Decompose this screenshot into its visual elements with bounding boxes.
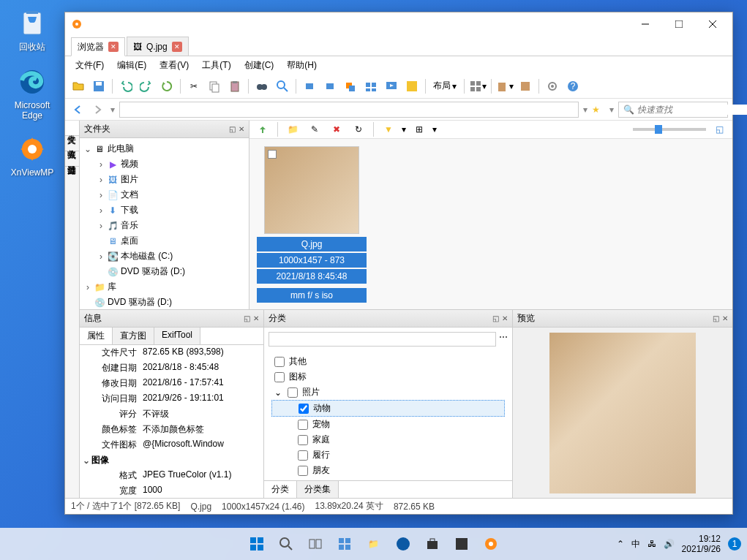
ime-indicator[interactable]: 中 (631, 538, 640, 550)
new-folder-icon[interactable]: 📁 (284, 121, 301, 138)
view-mode-icon[interactable]: ▾ (469, 77, 487, 95)
chevron-down-icon[interactable]: ▾ (583, 105, 588, 115)
clock[interactable]: 19:12 2021/9/26 (682, 534, 721, 555)
nav-forward[interactable] (90, 102, 106, 118)
float-icon[interactable]: ◱ (229, 125, 236, 133)
close-icon[interactable]: ✕ (502, 314, 508, 322)
tab-category[interactable]: 分类 (264, 481, 297, 498)
app-icon[interactable] (449, 531, 474, 556)
tree-libraries[interactable]: ›📁库 (83, 279, 246, 295)
view-icon[interactable]: ◱ (710, 121, 728, 138)
binoculars-icon[interactable] (253, 77, 271, 95)
cat-travel[interactable]: 履行 (271, 447, 505, 463)
cat-friends[interactable]: 朋友 (271, 463, 505, 478)
float-icon[interactable]: ◱ (244, 314, 250, 322)
cat-icons[interactable]: 图标 (271, 369, 505, 385)
close-icon[interactable]: ✕ (172, 42, 182, 52)
tree-local-c[interactable]: ›💽本地磁盘 (C:) (83, 249, 246, 264)
desktop-edge[interactable]: Microsoft Edge (9, 67, 56, 121)
explorer-icon[interactable]: 📁 (361, 531, 386, 556)
category-search[interactable] (269, 332, 496, 347)
convert-icon[interactable] (342, 77, 359, 95)
tab-exiftool[interactable]: ExifTool (154, 328, 200, 344)
search-input[interactable] (637, 105, 747, 115)
vtab-filter[interactable]: 分类过滤器 (65, 151, 79, 167)
maximize-button[interactable] (662, 13, 696, 35)
tab-category-set[interactable]: 分类集 (297, 481, 339, 498)
tree-desktop[interactable]: 🖥桌面 (83, 233, 246, 249)
cat-pets[interactable]: 宠物 (271, 417, 505, 432)
thumbnail-item[interactable]: Q.jpg 1000x1457 - 873 2021/8/18 8:45:48 … (257, 146, 367, 303)
vtab-folders[interactable]: 文件夹 (65, 121, 79, 136)
menu-view[interactable]: 查看(V) (154, 57, 195, 74)
open-icon[interactable] (70, 77, 87, 95)
sort-icon[interactable]: ⊞ (410, 121, 428, 138)
tree-downloads[interactable]: ›⬇下载 (83, 203, 246, 218)
menu-help[interactable]: 帮助(H) (281, 57, 323, 74)
tab-properties[interactable]: 属性 (80, 328, 113, 344)
tree-documents[interactable]: ›📄文档 (83, 187, 246, 203)
close-icon[interactable]: ✕ (722, 314, 728, 322)
xnview-taskbar-icon[interactable] (478, 531, 503, 556)
undo-icon[interactable] (117, 77, 135, 95)
tree-pictures[interactable]: ›🖼图片 (83, 172, 246, 187)
rename-icon[interactable]: ✎ (306, 121, 323, 138)
save-icon[interactable] (90, 77, 108, 95)
tree-music[interactable]: ›🎵音乐 (83, 218, 246, 233)
favorite-star-icon[interactable]: ★ (592, 105, 605, 115)
menu-tools[interactable]: 工具(T) (196, 57, 236, 74)
search-box[interactable]: 🔍 (618, 102, 728, 118)
task-view-button[interactable] (303, 531, 328, 556)
cat-family[interactable]: 家庭 (271, 432, 505, 447)
menu-file[interactable]: 文件(F) (70, 57, 110, 74)
search-button[interactable] (274, 531, 299, 556)
chevron-down-icon[interactable]: ▾ (609, 105, 614, 115)
rotate-icon[interactable]: ↻ (350, 121, 367, 138)
vtab-favorites[interactable]: 收藏夹 (65, 136, 79, 151)
help-icon[interactable]: ? (564, 77, 582, 95)
bookmark-icon[interactable] (517, 77, 534, 95)
float-icon[interactable]: ◱ (713, 314, 719, 322)
store-icon[interactable] (420, 531, 445, 556)
tree-dvd-d2[interactable]: 💿DVD 驱动器 (D:) (83, 295, 246, 309)
network-icon[interactable]: 🖧 (647, 539, 656, 549)
refresh-icon[interactable] (158, 77, 176, 95)
thumbnail-size-slider[interactable] (633, 128, 706, 131)
edge-icon[interactable] (391, 531, 416, 556)
menu-edit[interactable]: 编辑(E) (111, 57, 152, 74)
notification-icon[interactable]: 1 (728, 537, 741, 550)
close-button[interactable] (696, 13, 729, 35)
close-icon[interactable]: ✕ (253, 314, 259, 322)
delete-icon[interactable]: ✖ (328, 121, 345, 138)
tab-browser[interactable]: 浏览器 ✕ (71, 37, 125, 56)
copy-icon[interactable] (206, 77, 223, 95)
menu-create[interactable]: 创建(C) (239, 57, 280, 74)
cat-photos[interactable]: ⌄照片 (271, 385, 505, 400)
layout-dropdown[interactable]: 布局 ▾ (430, 78, 459, 94)
tree-this-pc[interactable]: ⌄🖥此电脑 (83, 141, 246, 156)
float-icon[interactable]: ◱ (492, 314, 499, 322)
chevron-down-icon[interactable]: ▾ (110, 105, 115, 115)
tab-file[interactable]: 🖼 Q.jpg ✕ (127, 37, 189, 56)
fullscreen-icon[interactable] (403, 77, 421, 95)
slideshow-icon[interactable] (383, 77, 400, 95)
nav-back[interactable] (70, 102, 86, 118)
rotate-left-icon[interactable] (301, 77, 318, 95)
batch-icon[interactable] (362, 77, 380, 95)
tree-dvd-d[interactable]: 💿DVD 驱动器 (D:) (83, 264, 246, 279)
more-icon[interactable]: ⋯ (499, 332, 508, 347)
cut-icon[interactable]: ✂ (185, 77, 203, 95)
redo-icon[interactable] (138, 77, 155, 95)
close-icon[interactable]: ✕ (108, 42, 119, 52)
minimize-button[interactable] (628, 13, 662, 35)
tree-videos[interactable]: ›▶视频 (83, 156, 246, 172)
rotate-right-icon[interactable] (321, 77, 339, 95)
start-button[interactable] (244, 531, 269, 556)
volume-icon[interactable]: 🔊 (664, 539, 675, 549)
tray-chevron[interactable]: ⌃ (617, 539, 624, 549)
up-icon[interactable] (254, 121, 271, 138)
thumbnail-checkbox[interactable] (268, 150, 277, 159)
cat-animals[interactable]: 动物 (271, 400, 505, 417)
close-icon[interactable]: ✕ (239, 125, 244, 133)
zoom-icon[interactable] (274, 77, 291, 95)
